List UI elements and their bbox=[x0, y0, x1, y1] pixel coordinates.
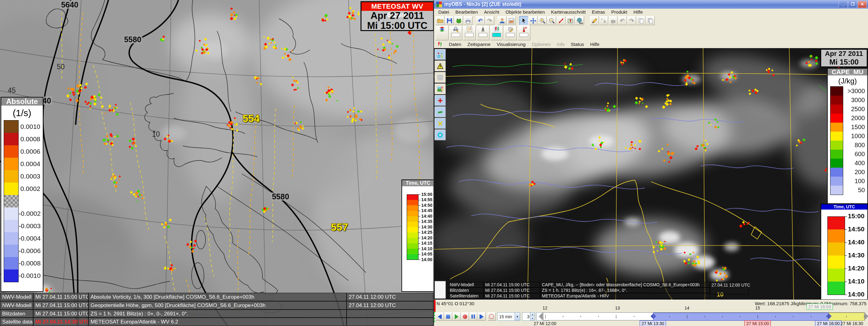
hrv-map-area[interactable]: 10 +−OX20100 Apr 27 2011 Mi 15:00 UTC CA… bbox=[434, 48, 868, 300]
time-band bbox=[827, 255, 845, 269]
menu-kartenausschnitt[interactable]: Kartenausschnitt bbox=[548, 9, 589, 16]
copy-button[interactable] bbox=[637, 16, 645, 25]
minimize-button[interactable]: _ bbox=[839, 1, 847, 8]
lightning-dot bbox=[639, 148, 641, 150]
legend-entry: 2000 bbox=[828, 114, 867, 123]
undo-button[interactable]: ↶ bbox=[476, 16, 485, 25]
rotate-left-button[interactable]: ↶ bbox=[618, 16, 627, 25]
timeline-scroll-left[interactable] bbox=[539, 313, 543, 320]
layer-menu-hilfe[interactable]: Hilfe bbox=[587, 41, 602, 48]
time-tick-label: 14:10 bbox=[848, 277, 865, 285]
layer-menu-visualisierung[interactable]: Visualisierung bbox=[494, 41, 529, 48]
lightning-dot bbox=[693, 82, 695, 84]
o-cyan-button[interactable] bbox=[435, 130, 446, 140]
menu-ansicht[interactable]: Ansicht bbox=[481, 9, 502, 16]
zoom-in-button[interactable] bbox=[538, 16, 547, 25]
menu-produkt[interactable]: Produkt bbox=[608, 9, 630, 16]
timeline-track[interactable] bbox=[543, 313, 865, 320]
step-forward-button[interactable] bbox=[477, 313, 486, 321]
redo-button[interactable]: ↷ bbox=[485, 16, 494, 25]
x-yellow-button[interactable] bbox=[435, 118, 446, 129]
map-date: Apr 27 2011 bbox=[821, 50, 867, 58]
timeline-preview-marker[interactable] bbox=[434, 312, 435, 322]
spin-up-icon[interactable]: ▲ bbox=[530, 313, 535, 317]
layer-menu-status[interactable]: Status bbox=[568, 41, 587, 48]
plus-red-button[interactable] bbox=[435, 95, 446, 106]
legend-entry: -0.0003 bbox=[1, 220, 43, 232]
radar-layer-button[interactable] bbox=[476, 25, 490, 40]
grid-button[interactable] bbox=[435, 72, 446, 83]
save-button[interactable] bbox=[445, 16, 454, 25]
frog-button[interactable] bbox=[454, 16, 463, 25]
locate-button[interactable] bbox=[566, 16, 575, 25]
paste-button[interactable] bbox=[646, 16, 655, 25]
point-data-layer-button[interactable] bbox=[463, 25, 476, 40]
measure-button[interactable] bbox=[556, 16, 565, 25]
hand-button[interactable] bbox=[609, 16, 618, 25]
pan-button[interactable] bbox=[529, 16, 537, 25]
draw-button[interactable] bbox=[590, 16, 599, 25]
maximize-button[interactable]: ❐ bbox=[848, 1, 857, 8]
plusminus-button[interactable]: +−OX bbox=[435, 49, 446, 60]
legend-swatch bbox=[4, 257, 19, 270]
lightning-layer-button[interactable] bbox=[490, 25, 503, 40]
window-title: myOBS - NinJo [2] (ZUE sto/edit) bbox=[444, 2, 521, 7]
status-desc: Absolute Vorticity, 1/s, 300 [Druckfläch… bbox=[88, 293, 347, 301]
rotate-right-button[interactable]: ↷ bbox=[627, 16, 636, 25]
menu-extras[interactable]: Extras bbox=[589, 9, 608, 16]
timeline-tick bbox=[669, 316, 670, 317]
grid-edit-layer-button[interactable] bbox=[504, 25, 517, 40]
select-pointer-button[interactable] bbox=[519, 16, 528, 25]
play-button[interactable] bbox=[452, 313, 461, 321]
vorticity-legend: Absolute (1/s) 0.00100.00080.00060.00040… bbox=[1, 97, 43, 292]
record-button[interactable] bbox=[461, 313, 469, 321]
stop-button[interactable] bbox=[444, 313, 452, 321]
layer-menu-daten[interactable]: Daten bbox=[446, 41, 464, 48]
menu-hilfe[interactable]: Hilfe bbox=[630, 9, 646, 16]
time-tick bbox=[418, 233, 421, 233]
menu-objekte-bearbeiten[interactable]: Objekte bearbeiten bbox=[502, 9, 548, 16]
legend-swatch bbox=[830, 150, 843, 159]
time-tick-label: 15:00 bbox=[421, 192, 432, 197]
loop-count-stepper[interactable]: 3 ▲▼ bbox=[522, 313, 535, 321]
lightning-dot bbox=[746, 223, 748, 225]
timeline-scroll-right[interactable] bbox=[864, 313, 868, 320]
legend-entry: 600 bbox=[828, 150, 867, 159]
timeline-current-marker[interactable] bbox=[434, 300, 436, 312]
minus-green-button[interactable] bbox=[435, 107, 446, 117]
zoomin-icon bbox=[539, 18, 546, 24]
time-tick bbox=[418, 249, 421, 249]
timeline-selection[interactable] bbox=[653, 313, 829, 321]
print-button[interactable] bbox=[463, 16, 472, 25]
menu-bearbeiten[interactable]: Bearbeiten bbox=[452, 9, 481, 16]
open-button[interactable] bbox=[436, 16, 444, 25]
step-back-button[interactable] bbox=[436, 313, 444, 321]
distance-km-button[interactable]: km bbox=[575, 16, 584, 25]
zoom-out-button[interactable] bbox=[547, 16, 556, 25]
select-object-button[interactable]: * bbox=[599, 16, 608, 25]
layer-menu-zeitspanne[interactable]: Zeitspanne bbox=[464, 41, 494, 48]
spin-down-icon[interactable]: ▼ bbox=[530, 317, 535, 321]
lightning-dot bbox=[731, 71, 733, 74]
menu-datei[interactable]: Datei bbox=[435, 9, 452, 16]
time-tick bbox=[418, 216, 421, 216]
animation-settings-button[interactable] bbox=[487, 313, 496, 321]
layers-layer-button[interactable] bbox=[436, 25, 448, 40]
interval-dropdown[interactable]: 15 min ▼ bbox=[497, 313, 520, 321]
pause-button[interactable] bbox=[469, 313, 477, 321]
close-button[interactable]: ✕ bbox=[858, 1, 867, 8]
map-values-button[interactable]: 20100 bbox=[435, 83, 446, 94]
warn-lightning-button[interactable] bbox=[435, 60, 446, 72]
temperature-layer-button[interactable] bbox=[517, 25, 530, 40]
map-document-button[interactable] bbox=[507, 16, 516, 25]
lightning-dot bbox=[625, 147, 627, 149]
timeline-preview-band bbox=[829, 313, 865, 321]
cursor-coordinates: N 45°01 O 012°30 bbox=[436, 301, 474, 306]
ninjo-status-ref: 27.04.11 12:00 UTC bbox=[710, 282, 749, 294]
timeline-tick bbox=[598, 316, 599, 317]
left-time-legend: Time, UTC 15:0014:5514:5014:4514:4014:35… bbox=[401, 180, 433, 292]
title-bar[interactable]: myOBS - NinJo [2] (ZUE sto/edit) _ ❐ ✕ bbox=[434, 0, 868, 9]
observations-layer-button[interactable] bbox=[449, 25, 462, 40]
lightning-dot bbox=[815, 60, 817, 62]
user-button[interactable] bbox=[498, 16, 506, 25]
